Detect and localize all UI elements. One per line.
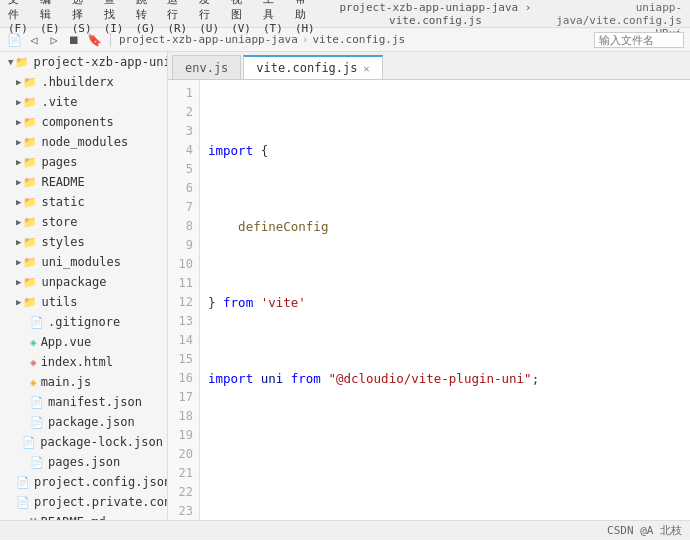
hbuilderx-arrow-icon: ▶ <box>16 77 21 87</box>
code-line-5 <box>208 445 682 464</box>
sidebar-label-pages-json: pages.json <box>48 455 120 469</box>
sidebar-item-readme[interactable]: ▶ 📁 README <box>0 172 167 192</box>
app-vue-file-icon: ◈ <box>30 336 37 349</box>
proj-private-file-icon: 📄 <box>16 496 30 509</box>
sidebar-label-proj-config: project.config.json <box>34 475 168 489</box>
code-line-3: } from 'vite' <box>208 293 682 312</box>
code-content: import { defineConfig } from 'vite' impo… <box>200 80 690 520</box>
sidebar-label-unpackage: unpackage <box>41 275 106 289</box>
node-modules-folder-icon: 📁 <box>23 136 37 149</box>
sidebar-label-manifest: manifest.json <box>48 395 142 409</box>
sidebar: ▼ 📁 project-xzb-app-uniapp-java ▶ 📁 .hbu… <box>0 52 168 520</box>
breadcrumb: project-xzb-app-uniapp-java › vite.confi… <box>119 29 405 51</box>
tab-vite-config-label: vite.config.js <box>256 61 357 75</box>
uni-modules-arrow-icon: ▶ <box>16 257 21 267</box>
sidebar-label-static: static <box>41 195 84 209</box>
title-bar: 文件(F) 编辑(E) 选择(S) 查找(I) 跳转(G) 运行(R) 发行(U… <box>0 0 690 28</box>
bottom-bar: CSDN @A 北枝 <box>0 520 690 540</box>
hbuilderx-folder-icon: 📁 <box>23 76 37 89</box>
sidebar-label-main-js: main.js <box>41 375 92 389</box>
sidebar-root[interactable]: ▼ 📁 project-xzb-app-uniapp-java <box>0 52 167 72</box>
pages-json-file-icon: 📄 <box>30 456 44 469</box>
sidebar-item-manifest-json[interactable]: 📄 manifest.json <box>0 392 167 412</box>
sidebar-item-readme-md[interactable]: M README.md <box>0 512 167 520</box>
sidebar-label-styles: styles <box>41 235 84 249</box>
sidebar-item-package-lock[interactable]: 📄 package-lock.json <box>0 432 167 452</box>
sidebar-label-app-vue: App.vue <box>41 335 92 349</box>
sidebar-item-gitignore[interactable]: 📄 .gitignore <box>0 312 167 332</box>
search-input[interactable] <box>594 32 684 48</box>
sidebar-label-store: store <box>41 215 77 229</box>
tabs-bar: env.js vite.config.js ✕ <box>168 52 690 80</box>
styles-arrow-icon: ▶ <box>16 237 21 247</box>
sidebar-item-unpackage[interactable]: ▶ 📁 unpackage <box>0 272 167 292</box>
sidebar-item-uni-modules[interactable]: ▶ 📁 uni_modules <box>0 252 167 272</box>
main-js-file-icon: ◈ <box>30 376 37 389</box>
root-folder-icon: 📁 <box>15 56 29 69</box>
sidebar-root-label: project-xzb-app-uniapp-java <box>33 55 168 69</box>
sidebar-item-utils[interactable]: ▶ 📁 utils <box>0 292 167 312</box>
components-folder-icon: 📁 <box>23 116 37 129</box>
package-lock-file-icon: 📄 <box>22 436 36 449</box>
menu-select[interactable]: 选择(S) <box>72 0 92 35</box>
breadcrumb-file[interactable]: vite.config.js <box>312 33 405 46</box>
editor-area: env.js vite.config.js ✕ 12345 678910 111… <box>168 52 690 520</box>
sidebar-label-gitignore: .gitignore <box>48 315 120 329</box>
sidebar-item-project-config[interactable]: 📄 project.config.json <box>0 472 167 492</box>
sidebar-item-pages-json[interactable]: 📄 pages.json <box>0 452 167 472</box>
sidebar-item-vite[interactable]: ▶ 📁 .vite <box>0 92 167 112</box>
code-line-2: defineConfig <box>208 217 682 236</box>
breadcrumb-root[interactable]: project-xzb-app-uniapp-java <box>119 33 298 46</box>
sidebar-item-hbuilderx[interactable]: ▶ 📁 .hbuilderx <box>0 72 167 92</box>
sidebar-label-package: package.json <box>48 415 135 429</box>
sidebar-item-node-modules[interactable]: ▶ 📁 node_modules <box>0 132 167 152</box>
sidebar-label-node-modules: node_modules <box>41 135 128 149</box>
root-arrow-icon: ▼ <box>8 57 13 67</box>
stop-icon[interactable]: ⏹ <box>66 32 82 48</box>
menu-file[interactable]: 文件(F) <box>8 0 28 35</box>
sidebar-item-static[interactable]: ▶ 📁 static <box>0 192 167 212</box>
code-editor[interactable]: 12345 678910 1112131415 1617181920 21222… <box>168 80 690 520</box>
sidebar-item-index-html[interactable]: ◈ index.html <box>0 352 167 372</box>
gitignore-file-icon: 📄 <box>30 316 44 329</box>
vite-arrow-icon: ▶ <box>16 97 21 107</box>
tab-env-js[interactable]: env.js <box>172 55 241 79</box>
forward-icon[interactable]: ▷ <box>46 32 62 48</box>
static-arrow-icon: ▶ <box>16 197 21 207</box>
sidebar-label-proj-private: project.private.config.json <box>34 495 168 509</box>
sidebar-item-pages[interactable]: ▶ 📁 pages <box>0 152 167 172</box>
sidebar-item-styles[interactable]: ▶ 📁 styles <box>0 232 167 252</box>
tab-close-icon[interactable]: ✕ <box>364 63 370 74</box>
index-html-file-icon: ◈ <box>30 356 37 369</box>
sidebar-label-hbuilderx: .hbuilderx <box>41 75 113 89</box>
sidebar-label-readme: README <box>41 175 84 189</box>
code-line-1: import { <box>208 141 682 160</box>
code-line-4: import uni from "@dcloudio/vite-plugin-u… <box>208 369 682 388</box>
styles-folder-icon: 📁 <box>23 236 37 249</box>
menu-edit[interactable]: 编辑(E) <box>40 0 60 35</box>
sidebar-label-pages: pages <box>41 155 77 169</box>
new-file-icon[interactable]: 📄 <box>6 32 22 48</box>
unpackage-arrow-icon: ▶ <box>16 277 21 287</box>
tab-vite-config[interactable]: vite.config.js ✕ <box>243 55 382 79</box>
readme-folder-icon: 📁 <box>23 176 37 189</box>
back-icon[interactable]: ◁ <box>26 32 42 48</box>
sidebar-label-uni-modules: uni_modules <box>41 255 120 269</box>
title-path: project-xzb-app-uniapp-java › vite.confi… <box>315 1 556 27</box>
bookmark-icon[interactable]: 🔖 <box>86 32 102 48</box>
sidebar-item-package-json[interactable]: 📄 package.json <box>0 412 167 432</box>
sidebar-label-utils: utils <box>41 295 77 309</box>
main-layout: ▼ 📁 project-xzb-app-uniapp-java ▶ 📁 .hbu… <box>0 52 690 520</box>
sidebar-label-vite: .vite <box>41 95 77 109</box>
sidebar-item-store[interactable]: ▶ 📁 store <box>0 212 167 232</box>
sidebar-item-components[interactable]: ▶ 📁 components <box>0 112 167 132</box>
readme-md-file-icon: M <box>30 516 37 521</box>
bottom-label: CSDN @A 北枝 <box>607 523 682 538</box>
sidebar-item-main-js[interactable]: ◈ main.js <box>0 372 167 392</box>
sidebar-item-app-vue[interactable]: ◈ App.vue <box>0 332 167 352</box>
tab-env-js-label: env.js <box>185 61 228 75</box>
sidebar-label-readme-md: README.md <box>41 515 106 520</box>
sidebar-item-project-private[interactable]: 📄 project.private.config.json <box>0 492 167 512</box>
pages-arrow-icon: ▶ <box>16 157 21 167</box>
uni-modules-folder-icon: 📁 <box>23 256 37 269</box>
